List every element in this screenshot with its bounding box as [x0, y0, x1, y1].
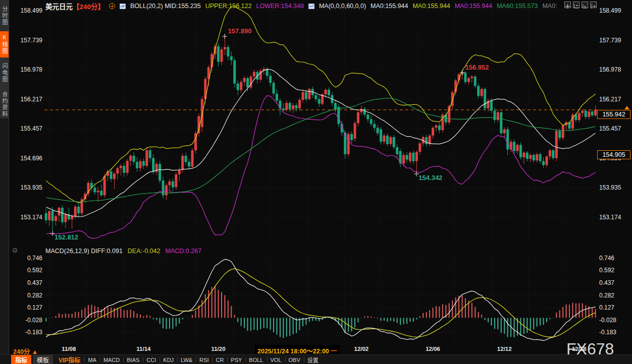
- sidebar-tab-4[interactable]: 合约资料: [0, 88, 9, 121]
- toolbar-indicator-RSI[interactable]: RSI: [196, 355, 212, 364]
- toolbar-indicator-BIAS[interactable]: BIAS: [123, 355, 143, 364]
- price-tick-right-7: 153.174: [599, 214, 621, 221]
- extreme-marker-icon: [222, 32, 227, 37]
- toolbar-indicator-CR[interactable]: CR: [212, 355, 227, 364]
- indicator-cycle-icon[interactable]: [13, 248, 17, 253]
- x-axis-label-1: 11/14: [136, 346, 150, 352]
- macd-tick-left-2: 0.437: [27, 279, 42, 286]
- price-tick-right-0: 158.499: [599, 7, 621, 14]
- price-direction-arrow-icon: [624, 106, 629, 109]
- macd-value: MACD:0.267: [165, 248, 201, 255]
- price-marker-badge: 154.905: [597, 150, 630, 159]
- macd-tick-right-5: -0.028: [599, 317, 616, 324]
- low-annotation-1: 152.812: [55, 233, 78, 241]
- macd-tick-right-1: 0.592: [599, 267, 614, 274]
- x-axis-label-5: 12/12: [497, 346, 512, 352]
- toolbar-indicator-BOLL[interactable]: BOLL: [245, 355, 267, 364]
- toolbar-indicator-MA[interactable]: MA: [84, 355, 100, 364]
- macd-header: MACD(26,12,9) DIFF:0.091 DEA:-0.042 MACD…: [45, 248, 201, 255]
- toolbar-indicator-LW&[interactable]: LW&: [177, 355, 196, 364]
- macd-tick-left-5: -0.028: [25, 317, 42, 324]
- macd-tick-right-3: 0.282: [599, 292, 614, 299]
- macd-tick-right-4: 0.127: [599, 304, 614, 311]
- sidebar-tab-1[interactable]: 分时图: [0, 2, 9, 29]
- macd-tick-right-6: -0.183: [599, 329, 616, 336]
- price-chart[interactable]: [44, 5, 598, 242]
- price-tick-right-3: 156.217: [599, 96, 621, 103]
- extreme-marker-icon: [460, 68, 465, 73]
- price-tick-left-7: 153.174: [21, 214, 42, 221]
- toolbar-tab-2[interactable]: 模板: [33, 355, 53, 364]
- macd-tick-left-3: 0.282: [27, 292, 42, 299]
- macd-tick-right-0: 0.746: [599, 255, 614, 262]
- price-tick-left-0: 158.499: [21, 7, 42, 14]
- x-axis-label-4: 12/06: [426, 346, 440, 352]
- price-tick-left-5: 154.696: [21, 155, 42, 162]
- bottom-toolbar: 指标模板VIP指标MAMACDBIASCCIKDJLW&RSICRPSYBOLL…: [0, 354, 632, 364]
- price-tick-left-2: 156.978: [21, 66, 42, 73]
- toolbar-indicator-设置[interactable]: 设置: [304, 355, 322, 364]
- watermark: FX678: [566, 341, 614, 356]
- price-tick-left-3: 156.217: [21, 96, 42, 103]
- macd-tick-left-6: -0.183: [25, 329, 42, 336]
- toolbar-tab-1[interactable]: 指标: [11, 355, 31, 364]
- toolbar-indicator-CCI[interactable]: CCI: [143, 355, 160, 364]
- high-annotation-1: 157.890: [228, 27, 251, 35]
- trading-app: 分时图K线图闪电图合约资料 美元日元【240分】 BOLL(20,2) MID:…: [0, 0, 632, 364]
- price-tick-right-6: 153.935: [599, 184, 621, 191]
- macd-tick-left-0: 0.746: [27, 255, 42, 262]
- price-tick-right-4: 155.457: [599, 125, 621, 132]
- current-price-badge: 155.942: [597, 110, 630, 119]
- left-sidebar: 分时图K线图闪电图合约资料: [0, 0, 9, 354]
- price-tick-left-4: 155.457: [21, 125, 42, 132]
- price-tick-left-6: 153.935: [21, 184, 42, 191]
- macd-tick-right-2: 0.437: [599, 279, 614, 286]
- toolbar-indicator-OBV[interactable]: OBV: [285, 355, 304, 364]
- macd-tick-left-4: 0.127: [27, 304, 42, 311]
- low-annotation-2: 154.342: [418, 174, 442, 181]
- price-tick-right-2: 156.978: [599, 66, 621, 73]
- toolbar-indicator-MACD[interactable]: MACD: [100, 355, 123, 364]
- price-tick-left-1: 157.739: [21, 37, 42, 44]
- sidebar-tab-3[interactable]: 闪电图: [0, 59, 9, 86]
- macd-tick-left-1: 0.592: [27, 267, 42, 274]
- toolbar-indicator-KDJ[interactable]: KDJ: [160, 355, 177, 364]
- toolbar-indicator-PSY[interactable]: PSY: [227, 355, 245, 364]
- toolbar-tab-3[interactable]: VIP指标: [55, 355, 84, 364]
- sidebar-tab-2[interactable]: K线图: [0, 31, 9, 57]
- macd-dea: DEA:-0.042: [128, 248, 161, 255]
- macd-label: MACD(26,12,9) DIFF:0.091: [45, 248, 123, 255]
- toolbar-indicator-VOL[interactable]: VOL: [267, 355, 285, 364]
- x-axis-label-3: 12/02: [354, 346, 368, 352]
- price-tick-right-1: 157.739: [599, 37, 621, 44]
- macd-chart[interactable]: [44, 255, 598, 344]
- x-axis-label-0: 11/08: [62, 346, 76, 352]
- x-axis-label-2: 11/20: [211, 346, 225, 352]
- high-annotation-2: 156.952: [465, 64, 489, 71]
